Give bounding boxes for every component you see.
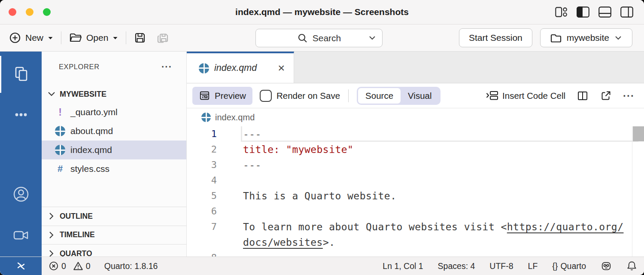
sidebar-section-outline[interactable]: OUTLINE (42, 207, 186, 226)
language-mode-status[interactable]: {} Quarto (552, 261, 586, 271)
workspace-switcher-button[interactable]: mywebsite (540, 28, 632, 47)
line-number: 4 (187, 173, 217, 188)
explorer-sidebar: EXPLORER ··· MYWEBSITE ! _quarto.yml abo… (42, 52, 187, 257)
save-icon[interactable] (134, 31, 146, 44)
problems-status[interactable]: 0 0 (49, 261, 91, 271)
code-text: title: "mywebsite" (243, 142, 353, 157)
toggle-right-panel-icon[interactable] (619, 4, 635, 20)
folder-open-icon (69, 31, 82, 44)
warning-icon (73, 261, 83, 271)
close-window-button[interactable] (9, 8, 16, 16)
chevron-down-icon (614, 35, 623, 41)
more-views-icon[interactable] (0, 105, 42, 124)
chevron-right-icon (49, 231, 55, 239)
source-mode-button[interactable]: Source (358, 88, 401, 104)
quarto-file-icon (55, 126, 65, 136)
line-number: 1 (187, 126, 217, 142)
line-number: 6 (187, 204, 217, 219)
tab-index-qmd[interactable]: index.qmd ✕ (187, 52, 294, 83)
start-session-label: Start Session (469, 33, 522, 43)
indentation-status[interactable]: Spaces: 4 (438, 261, 475, 271)
file-row-index-qmd[interactable]: index.qmd (42, 141, 186, 159)
close-tab-icon[interactable]: ✕ (277, 63, 285, 73)
toggle-bottom-panel-icon[interactable] (597, 4, 613, 20)
notifications-bell-icon[interactable] (626, 260, 637, 272)
quarto-version-status[interactable]: Quarto: 1.8.16 (104, 261, 158, 271)
code-line[interactable]: 6 (187, 204, 644, 219)
current-line-highlight (241, 126, 638, 142)
explorer-view-icon[interactable] (0, 64, 42, 83)
yaml-file-icon: ! (58, 107, 62, 117)
open-button[interactable]: Open (69, 31, 118, 44)
link-text[interactable]: https://quarto.org/ (507, 221, 624, 232)
toggle-left-panel-icon[interactable] (575, 4, 591, 20)
section-label: TIMELINE (60, 230, 95, 239)
explorer-more-actions-icon[interactable]: ··· (161, 65, 172, 69)
encoding-status[interactable]: UTF-8 (489, 261, 513, 271)
breadcrumb-label: index.qmd (215, 113, 255, 122)
sidebar-section-quarto[interactable]: QUARTO (42, 244, 186, 257)
preview-button[interactable]: Preview (192, 87, 252, 105)
sidebar-section-timeline[interactable]: TIMELINE (42, 226, 186, 244)
remote-indicator[interactable] (0, 257, 42, 275)
code-line[interactable]: 8 (187, 250, 644, 257)
line-number: 3 (187, 157, 217, 173)
cursor-position-status[interactable]: Ln 1, Col 1 (383, 261, 423, 271)
new-button[interactable]: New (9, 31, 54, 44)
file-name: index.qmd (70, 145, 112, 155)
search-input[interactable]: Search (255, 29, 383, 47)
warning-count: 0 (86, 261, 91, 271)
editor-scrollbar[interactable] (632, 126, 644, 257)
code-line[interactable]: 2 title: "mywebsite" (187, 142, 644, 157)
code-line-wrapped[interactable]: docs/websites>. (187, 235, 644, 250)
insert-code-cell-icon (486, 91, 498, 101)
render-on-save-label: Render on Save (276, 91, 340, 101)
code-line[interactable]: 5 This is a Quarto website. (187, 188, 644, 204)
visual-mode-button[interactable]: Visual (401, 88, 439, 104)
customize-layout-icon[interactable] (553, 4, 569, 20)
folder-icon (550, 32, 562, 43)
chevron-down-icon[interactable] (368, 35, 377, 41)
file-name: _quarto.yml (70, 107, 118, 117)
file-row-about-qmd[interactable]: about.qmd (42, 122, 186, 141)
minimize-window-button[interactable] (26, 8, 33, 16)
quarto-file-icon (199, 63, 209, 73)
language-label: Quarto (560, 261, 586, 271)
screencast-camera-icon[interactable] (0, 226, 42, 245)
breadcrumb[interactable]: index.qmd (187, 108, 644, 126)
scrollbar-thumb[interactable] (633, 126, 644, 141)
more-actions-icon[interactable]: ··· (623, 94, 635, 98)
eol-status[interactable]: LF (528, 261, 538, 271)
workspace-root-folder[interactable]: MYWEBSITE (48, 87, 186, 101)
workspace-root-label: MYWEBSITE (60, 90, 106, 99)
account-icon[interactable] (0, 185, 42, 204)
code-line[interactable]: 1 --- (187, 126, 644, 142)
split-editor-icon[interactable] (577, 90, 589, 102)
code-line[interactable]: 4 (187, 173, 644, 188)
start-session-button[interactable]: Start Session (459, 28, 532, 47)
zoom-window-button[interactable] (43, 8, 51, 16)
source-visual-toggle: Source Visual (357, 87, 440, 105)
code-editor[interactable]: 1 --- 2 title: "mywebsite" 3 --- 4 5 (187, 126, 644, 257)
status-bar: 0 0 Quarto: 1.8.16 Ln 1, Col 1 Spaces: 4… (0, 257, 644, 275)
code-line[interactable]: 7 To learn more about Quarto websites vi… (187, 219, 644, 235)
code-line[interactable]: 3 --- (187, 157, 644, 173)
feedback-smiley-icon[interactable] (601, 260, 612, 272)
insert-code-cell-button[interactable]: Insert Code Cell (486, 91, 565, 101)
error-icon (49, 261, 59, 271)
chevron-right-icon (49, 250, 55, 257)
open-in-new-window-icon[interactable] (600, 90, 612, 102)
save-all-icon[interactable] (156, 31, 170, 44)
render-on-save-toggle[interactable]: Render on Save (260, 90, 340, 102)
css-file-icon: # (58, 164, 63, 174)
chevron-right-icon (49, 212, 55, 220)
file-row-quarto-yml[interactable]: ! _quarto.yml (42, 103, 186, 122)
file-name: about.qmd (70, 126, 113, 136)
checkbox-unchecked[interactable] (260, 90, 272, 102)
toolbar-separator (126, 31, 126, 44)
window-title: index.qmd — mywebsite — Screenshots (0, 7, 644, 17)
link-text[interactable]: docs/websites (243, 237, 323, 248)
chevron-down-icon (48, 91, 55, 97)
insert-code-cell-label: Insert Code Cell (502, 91, 565, 101)
file-row-styles-css[interactable]: # styles.css (42, 159, 186, 178)
